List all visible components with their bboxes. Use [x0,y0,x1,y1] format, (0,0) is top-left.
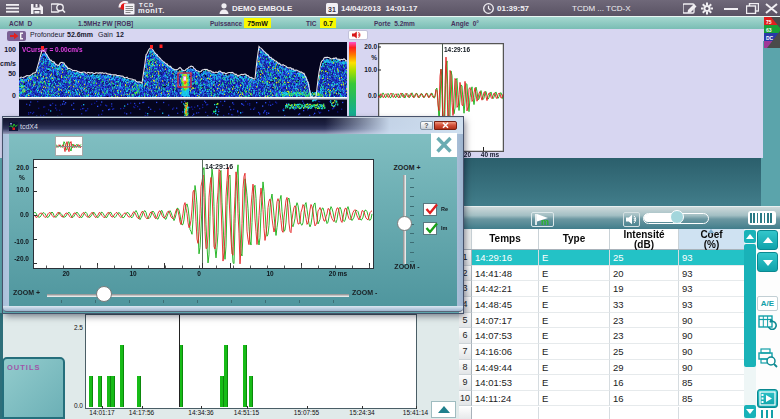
svg-text:DC: DC [766,35,774,41]
svg-text:63: 63 [766,27,772,33]
svg-text:m: m [541,217,549,226]
svg-text:75: 75 [766,19,772,25]
svg-text:31: 31 [328,6,336,13]
